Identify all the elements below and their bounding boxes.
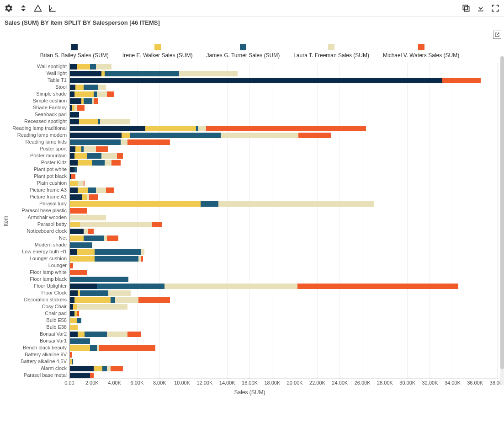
- bar-segment[interactable]: [108, 290, 131, 296]
- bar-segment[interactable]: [70, 139, 121, 145]
- bar-segment[interactable]: [74, 153, 87, 159]
- bar-segment[interactable]: [117, 153, 122, 159]
- bar-segment[interactable]: [77, 249, 95, 255]
- bar-segment[interactable]: [88, 229, 93, 234]
- bar-segment[interactable]: [95, 249, 141, 255]
- bar-segment[interactable]: [70, 112, 79, 118]
- bar-segment[interactable]: [70, 270, 87, 275]
- bar-segment[interactable]: [70, 366, 94, 371]
- bar-segment[interactable]: [70, 71, 101, 76]
- bar-segment[interactable]: [121, 139, 127, 145]
- vertical-scrollbar[interactable]: [500, 56, 504, 386]
- axis-icon[interactable]: [48, 3, 58, 13]
- bar-segment[interactable]: [101, 71, 105, 76]
- bar-segment[interactable]: [70, 222, 80, 227]
- bar-segment[interactable]: [105, 71, 179, 76]
- bar-segment[interactable]: [74, 297, 111, 303]
- bar-segment[interactable]: [70, 325, 78, 330]
- bar-segment[interactable]: [101, 153, 117, 159]
- bar-segment[interactable]: [115, 297, 139, 303]
- bar-segment[interactable]: [106, 187, 114, 193]
- bar-segment[interactable]: [107, 236, 118, 241]
- legend-item[interactable]: Michael V. Waters Sales (SUM): [383, 44, 459, 59]
- bar-segment[interactable]: [111, 160, 121, 166]
- bar-segment[interactable]: [70, 332, 78, 337]
- bar-segment[interactable]: [77, 64, 90, 70]
- bar-segment[interactable]: [94, 91, 97, 97]
- triangle-icon[interactable]: [33, 3, 43, 13]
- bar-segment[interactable]: [70, 181, 78, 186]
- bar-segment[interactable]: [111, 366, 123, 371]
- bar-segment[interactable]: [127, 332, 141, 337]
- bar-segment[interactable]: [90, 345, 97, 351]
- bar-segment[interactable]: [70, 146, 75, 152]
- bar-segment[interactable]: [82, 194, 87, 200]
- legend-item[interactable]: Irene E. Walker Sales (SUM): [122, 44, 193, 59]
- bar-segment[interactable]: [95, 256, 138, 262]
- bar-segment[interactable]: [97, 91, 107, 97]
- bar-segment[interactable]: [74, 91, 94, 97]
- bar-segment[interactable]: [442, 78, 481, 83]
- bar-segment[interactable]: [164, 284, 297, 289]
- bar-segment[interactable]: [70, 215, 106, 220]
- bar-segment[interactable]: [72, 359, 73, 364]
- bar-segment[interactable]: [70, 256, 95, 262]
- bar-segment[interactable]: [70, 242, 92, 248]
- bar-segment[interactable]: [80, 222, 152, 227]
- bar-segment[interactable]: [70, 263, 73, 268]
- bar-segment[interactable]: [85, 332, 107, 337]
- bar-segment[interactable]: [297, 284, 458, 289]
- bar-segment[interactable]: [92, 160, 105, 166]
- bar-segment[interactable]: [94, 366, 103, 371]
- gear-icon[interactable]: [4, 3, 14, 13]
- bar-segment[interactable]: [201, 201, 218, 207]
- bar-segment[interactable]: [70, 167, 74, 172]
- bar-segment[interactable]: [105, 160, 111, 166]
- popout-icon[interactable]: [493, 31, 501, 39]
- download-icon[interactable]: [476, 3, 486, 13]
- bar-segment[interactable]: [102, 366, 107, 371]
- bar-segment[interactable]: [89, 194, 98, 200]
- legend-item[interactable]: Brian S. Bailey Sales (SUM): [40, 44, 109, 59]
- bar-segment[interactable]: [75, 85, 83, 90]
- bar-segment[interactable]: [198, 126, 206, 131]
- bar-segment[interactable]: [96, 187, 106, 193]
- bar-segment[interactable]: [70, 126, 145, 131]
- legend-item[interactable]: Laura T. Freeman Sales (SUM): [293, 44, 369, 59]
- bar-segment[interactable]: [84, 229, 88, 234]
- bar-segment[interactable]: [206, 126, 366, 131]
- bar-segment[interactable]: [70, 318, 77, 323]
- bar-segment[interactable]: [130, 133, 221, 138]
- bar-segment[interactable]: [70, 311, 74, 316]
- bar-segment[interactable]: [70, 98, 81, 104]
- bar-segment[interactable]: [79, 119, 98, 124]
- bar-segment[interactable]: [70, 201, 201, 207]
- bar-segment[interactable]: [122, 133, 129, 138]
- bar-segment[interactable]: [80, 290, 108, 296]
- copy-icon[interactable]: [461, 3, 471, 13]
- bar-segment[interactable]: [90, 373, 93, 378]
- bar-segment[interactable]: [70, 304, 73, 310]
- bar-segment[interactable]: [70, 78, 442, 83]
- bar-segment[interactable]: [70, 352, 72, 358]
- bar-segment[interactable]: [70, 160, 78, 166]
- bar-segment[interactable]: [96, 64, 111, 70]
- bar-segment[interactable]: [100, 119, 129, 124]
- bar-segment[interactable]: [70, 208, 87, 214]
- bar-segment[interactable]: [96, 146, 108, 152]
- bar-segment[interactable]: [98, 85, 106, 90]
- bar-segment[interactable]: [73, 304, 76, 310]
- bar-segment[interactable]: [70, 64, 77, 70]
- bar-segment[interactable]: [78, 160, 92, 166]
- bar-segment[interactable]: [74, 167, 77, 172]
- legend-item[interactable]: James G. Turner Sales (SUM): [206, 44, 280, 59]
- bar-segment[interactable]: [70, 249, 77, 255]
- bar-segment[interactable]: [90, 64, 95, 70]
- bar-segment[interactable]: [84, 85, 98, 90]
- bar-segment[interactable]: [127, 139, 170, 145]
- bar-segment[interactable]: [70, 229, 84, 234]
- bar-segment[interactable]: [88, 187, 95, 193]
- bar-segment[interactable]: [78, 332, 85, 337]
- bar-segment[interactable]: [87, 153, 101, 159]
- bar-segment[interactable]: [298, 133, 331, 138]
